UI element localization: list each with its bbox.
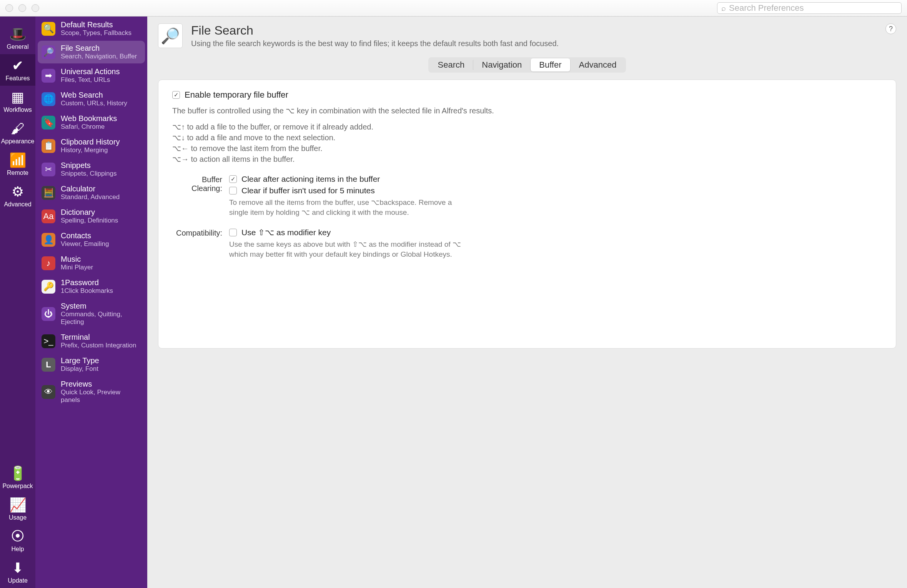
titlebar: ⌕ — [0, 0, 907, 17]
feature-subtitle: 1Click Bookmarks — [61, 287, 113, 295]
rail-label: Powerpack — [2, 483, 33, 490]
feature-item-music[interactable]: ♪ Music Mini Player — [38, 252, 145, 274]
feature-title: Web Bookmarks — [61, 114, 117, 123]
main-header: 🔎 File Search Using the file search keyw… — [147, 17, 907, 53]
tab-bar: SearchNavigationBufferAdvanced — [147, 53, 907, 80]
previews-icon: 👁 — [42, 385, 55, 399]
buffer-intro-text: The buffer is controlled using the ⌥ key… — [172, 106, 882, 115]
help-button[interactable]: ? — [885, 23, 896, 34]
feature-item-web-bookmarks[interactable]: 🔖 Web Bookmarks Safari, Chrome — [38, 111, 145, 134]
music-icon: ♪ — [42, 256, 55, 270]
clear-after-action-checkbox[interactable] — [229, 175, 237, 183]
clear-idle-label: Clear if buffer isn't used for 5 minutes — [241, 186, 375, 195]
preferences-search[interactable]: ⌕ — [717, 2, 902, 14]
default-results-icon: 🔍 — [42, 22, 55, 36]
feature-subtitle: History, Merging — [61, 146, 120, 154]
close-window-button[interactable] — [5, 4, 13, 12]
shortcut-line: ⌥← to remove the last item from the buff… — [172, 144, 882, 153]
rail-item-powerpack[interactable]: 🔋Powerpack — [0, 462, 35, 493]
rail-item-remote[interactable]: 📶Remote — [0, 149, 35, 180]
feature-item-default-results[interactable]: 🔍 Default Results Scope, Types, Fallback… — [38, 17, 145, 40]
buffer-settings-card: Enable temporary file buffer The buffer … — [158, 80, 896, 349]
rail-label: Usage — [9, 514, 27, 521]
feature-subtitle: Files, Text, URLs — [61, 76, 120, 84]
feature-item-terminal[interactable]: >_ Terminal Prefix, Custom Integration — [38, 330, 145, 352]
feature-subtitle: Custom, URLs, History — [61, 100, 127, 107]
1password-icon: 🔑 — [42, 280, 55, 294]
help-icon: ⦿ — [11, 530, 25, 543]
search-icon: ⌕ — [721, 4, 726, 13]
shortcut-line: ⌥→ to action all items in the buffer. — [172, 154, 882, 164]
enable-buffer-label: Enable temporary file buffer — [185, 90, 288, 100]
features-icon: ✔ — [12, 59, 23, 73]
tab-advanced[interactable]: Advanced — [571, 58, 625, 71]
tab-navigation[interactable]: Navigation — [473, 58, 530, 71]
feature-item-previews[interactable]: 👁 Previews Quick Look, Preview panels — [38, 377, 145, 407]
tab-buffer[interactable]: Buffer — [531, 58, 570, 71]
feature-item-universal-actions[interactable]: ➡ Universal Actions Files, Text, URLs — [38, 64, 145, 87]
rail-item-update[interactable]: ⬇Update — [0, 556, 35, 588]
feature-title: Music — [61, 255, 93, 264]
feature-subtitle: Scope, Types, Fallbacks — [61, 29, 131, 37]
contacts-icon: 👤 — [42, 233, 55, 247]
compatibility-label: Compatibility: — [172, 228, 222, 266]
feature-item-file-search[interactable]: 🔎 File Search Search, Navigation, Buffer — [38, 41, 145, 63]
feature-item-contacts[interactable]: 👤 Contacts Viewer, Emailing — [38, 228, 145, 251]
feature-title: Universal Actions — [61, 67, 120, 76]
tab-search[interactable]: Search — [429, 58, 473, 71]
dictionary-icon: Aa — [42, 209, 55, 223]
page-title: File Search — [191, 23, 559, 38]
feature-subtitle: Display, Font — [61, 365, 99, 373]
compat-modifier-checkbox[interactable] — [229, 229, 237, 236]
rail-item-usage[interactable]: 📈Usage — [0, 493, 35, 525]
feature-item-system[interactable]: ⏻ System Commands, Quitting, Ejecting — [38, 299, 145, 329]
feature-item-web-search[interactable]: 🌐 Web Search Custom, URLs, History — [38, 88, 145, 110]
enable-buffer-checkbox[interactable] — [172, 91, 180, 99]
universal-actions-icon: ➡ — [42, 69, 55, 83]
features-list: 🔍 Default Results Scope, Types, Fallback… — [35, 17, 147, 588]
feature-subtitle: Safari, Chrome — [61, 123, 117, 131]
rail-item-general[interactable]: 🎩General — [0, 23, 35, 54]
feature-subtitle: Viewer, Emailing — [61, 240, 109, 248]
feature-subtitle: Prefix, Custom Integration — [61, 342, 136, 349]
main-pane: 🔎 File Search Using the file search keyw… — [147, 17, 907, 588]
feature-title: Snippets — [61, 161, 117, 170]
rail-label: Advanced — [4, 201, 31, 208]
minimize-window-button[interactable] — [18, 4, 26, 12]
feature-title: Terminal — [61, 333, 136, 342]
feature-item-calculator[interactable]: 🧮 Calculator Standard, Advanced — [38, 181, 145, 204]
feature-subtitle: Standard, Advanced — [61, 193, 120, 201]
rail-item-appearance[interactable]: 🖌Appearance — [0, 117, 35, 149]
system-icon: ⏻ — [42, 307, 55, 321]
rail-item-features[interactable]: ✔Features — [0, 54, 35, 86]
file-search-icon: 🔎 — [42, 45, 55, 59]
feature-subtitle: Spelling, Definitions — [61, 217, 118, 224]
rail-item-workflows[interactable]: ▦Workflows — [0, 86, 35, 117]
zoom-window-button[interactable] — [32, 4, 39, 12]
rail-item-help[interactable]: ⦿Help — [0, 525, 35, 556]
clear-idle-checkbox[interactable] — [229, 187, 237, 194]
feature-title: Large Type — [61, 356, 99, 365]
sidebar-rail: 🎩General✔Features▦Workflows🖌Appearance📶R… — [0, 17, 35, 588]
update-icon: ⬇ — [12, 561, 23, 575]
feature-subtitle: Search, Navigation, Buffer — [61, 53, 137, 60]
calculator-icon: 🧮 — [42, 186, 55, 200]
buffer-shortcuts: ⌥↑ to add a file to the buffer, or remov… — [172, 122, 882, 164]
general-icon: 🎩 — [9, 27, 27, 41]
shortcut-line: ⌥↓ to add a file and move to the next se… — [172, 133, 882, 142]
preferences-search-input[interactable] — [729, 3, 897, 13]
remote-icon: 📶 — [9, 153, 27, 167]
feature-title: Previews — [61, 380, 141, 389]
feature-subtitle: Quick Look, Preview panels — [61, 389, 141, 404]
feature-title: Calculator — [61, 184, 120, 193]
rail-item-advanced[interactable]: ⚙Advanced — [0, 180, 35, 212]
feature-item-snippets[interactable]: ✂ Snippets Snippets, Clippings — [38, 158, 145, 181]
feature-title: Dictionary — [61, 208, 118, 217]
web-search-icon: 🌐 — [42, 92, 55, 106]
feature-item-clipboard-history[interactable]: 📋 Clipboard History History, Merging — [38, 135, 145, 157]
feature-item-large-type[interactable]: L Large Type Display, Font — [38, 353, 145, 376]
feature-item-dictionary[interactable]: Aa Dictionary Spelling, Definitions — [38, 205, 145, 228]
feature-title: System — [61, 302, 141, 311]
feature-item-1password[interactable]: 🔑 1Password 1Click Bookmarks — [38, 275, 145, 298]
appearance-icon: 🖌 — [11, 122, 25, 136]
